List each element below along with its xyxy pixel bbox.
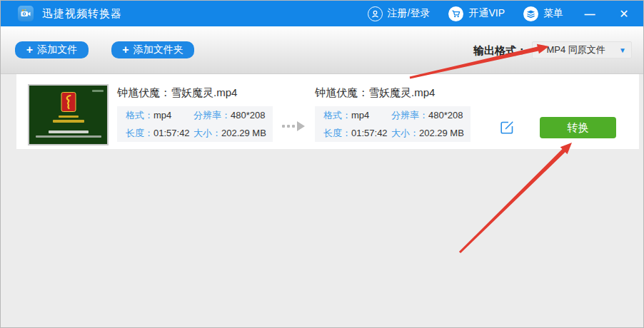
chevron-down-icon: ▼ [619,46,626,54]
login-button[interactable]: 注册/登录 [368,6,431,21]
source-size: 大小：202.29 MB [193,127,266,140]
source-duration: 长度：01:57:42 [126,127,193,140]
cart-icon [448,6,463,21]
edit-settings-button[interactable] [498,119,515,136]
edit-pencil-icon [498,119,515,136]
vip-label: 开通VIP [468,7,505,20]
output-format-dropdown[interactable]: MP4 同原文件 ▼ [532,41,632,58]
output-format-value: MP4 同原文件 [533,43,619,56]
arrow-to-convert-button [459,143,572,253]
titlebar: 迅捷视频转换器 注册/登录 开通VIP [1,1,644,26]
target-resolution: 分辨率：480*208 [391,109,464,122]
add-file-label: 添加文件 [37,43,77,56]
poster-text-line [49,130,89,133]
source-filename: 钟馗伏魔：雪妖魔灵.mp4 [117,86,237,100]
user-icon [368,6,383,21]
add-file-button[interactable]: + 添加文件 [15,41,89,58]
video-thumbnail [28,84,109,145]
convert-button[interactable]: 转换 [540,117,616,138]
minimize-button[interactable]: — [582,8,598,20]
target-filename: 钟馗伏魔：雪妖魔灵.mp4 [315,86,435,100]
video-converter-window: { "titlebar": { "app_title": "迅捷视频转换器", … [0,0,644,328]
poster-text-line [59,116,79,118]
poster-text-line [36,135,101,138]
plus-icon: + [26,44,33,56]
source-resolution: 分辨率：480*208 [193,109,266,122]
poster-text-line [53,120,84,123]
poster-watermark [92,90,104,92]
plus-icon: + [122,44,129,56]
layers-icon [523,6,538,21]
transfer-arrow-icon [282,121,312,131]
close-button[interactable]: ✕ [616,7,632,21]
vip-button[interactable]: 开通VIP [448,6,505,21]
source-format: 格式：mp4 [126,109,193,122]
target-info-box: 格式：mp4 分辨率：480*208 长度：01:57:42 大小：202.29… [315,106,471,142]
target-duration: 长度：01:57:42 [323,127,391,140]
target-size: 大小：202.29 MB [391,127,464,140]
poster-emblem [61,92,76,112]
output-format-label: 输出格式： [473,44,527,58]
source-info-box: 格式：mp4 分辨率：480*208 长度：01:57:42 大小：202.29… [117,106,273,142]
add-folder-button[interactable]: + 添加文件夹 [111,41,194,58]
file-row: 钟馗伏魔：雪妖魔灵.mp4 格式：mp4 分辨率：480*208 长度：01:5… [16,74,639,149]
menu-label: 菜单 [543,7,563,20]
app-title: 迅捷视频转换器 [42,7,122,21]
menu-button[interactable]: 菜单 [523,6,563,21]
app-logo-icon [18,6,34,21]
add-folder-label: 添加文件夹 [134,43,183,56]
toolbar: + 添加文件 + 添加文件夹 输出格式： MP4 同原文件 ▼ [1,26,644,74]
login-label: 注册/登录 [388,7,431,20]
target-format: 格式：mp4 [323,109,391,122]
